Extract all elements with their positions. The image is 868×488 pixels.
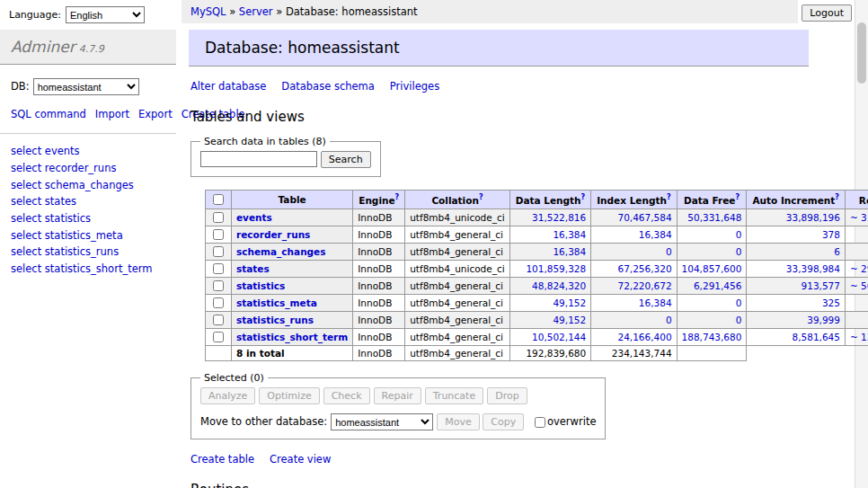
cell-auto-increment-link[interactable]: 33,398,984 (786, 263, 840, 274)
column-help-link[interactable]: ? (479, 193, 483, 201)
column-help-link[interactable]: ? (735, 193, 740, 201)
sidebar-link-import[interactable]: Import (95, 108, 129, 120)
copy-button[interactable] (483, 413, 524, 430)
table-name-link-statistics-runs[interactable]: statistics_runs (236, 315, 314, 325)
select-link-statistics-short-term[interactable]: select (11, 262, 41, 275)
table-link-states[interactable]: states (45, 195, 76, 208)
row-checkbox-recorder-runs[interactable] (213, 229, 224, 240)
column-help-link[interactable]: ? (395, 193, 400, 201)
table-link-events[interactable]: events (45, 145, 80, 157)
check-button[interactable] (323, 387, 370, 404)
link-alter-database[interactable]: Alter database (190, 80, 266, 93)
column-help-link[interactable]: ? (581, 193, 586, 201)
cell-auto-increment-link[interactable]: 325 (822, 297, 840, 308)
analyze-button[interactable] (200, 387, 255, 404)
cell-data-length-link[interactable]: 49,152 (553, 315, 586, 325)
logout-button[interactable] (802, 4, 852, 22)
table-name-link-events[interactable]: events (236, 212, 272, 223)
select-link-statistics-meta[interactable]: select (11, 229, 41, 242)
cell-auto-increment-link[interactable]: 913,577 (802, 280, 840, 291)
check-all-checkbox[interactable] (213, 194, 224, 205)
link-database-schema[interactable]: Database schema (281, 80, 374, 93)
cell-index-length-link[interactable]: 70,467,584 (617, 212, 671, 223)
language-select[interactable]: English (66, 6, 145, 23)
breadcrumb-link-mysql[interactable]: MySQL (190, 5, 226, 18)
cell-auto-increment-link[interactable]: 6 (834, 246, 840, 257)
cell-data-length-link[interactable]: 49,152 (553, 297, 586, 308)
search-input[interactable] (200, 151, 317, 167)
db-select[interactable]: homeassistant (33, 78, 139, 95)
select-link-events[interactable]: select (11, 145, 41, 157)
table-name-link-recorder-runs[interactable]: recorder_runs (236, 229, 310, 240)
repair-button[interactable] (374, 387, 421, 404)
cell-auto-increment-link[interactable]: 8,581,645 (793, 332, 840, 342)
select-link-statistics-runs[interactable]: select (11, 245, 41, 258)
table-link-recorder-runs[interactable]: recorder_runs (45, 162, 117, 174)
cell-index-length-link[interactable]: 16,384 (639, 229, 672, 240)
cell-index-length-link[interactable]: 67,256,320 (617, 263, 671, 274)
cell-data-length-link[interactable]: 48,824,320 (532, 280, 586, 291)
table-name-link-statistics[interactable]: statistics (236, 280, 285, 291)
table-name-link-statistics-short-term[interactable]: statistics_short_term (236, 332, 348, 342)
table-link-schema-changes[interactable]: schema_changes (45, 179, 134, 191)
optimize-button[interactable] (259, 387, 319, 404)
cell-data-free-link[interactable]: 104,857,600 (682, 263, 742, 274)
table-link-statistics-short-term[interactable]: statistics_short_term (45, 262, 153, 275)
sidebar-link-export[interactable]: Export (138, 108, 173, 120)
move-db-select[interactable]: homeassistant (331, 413, 433, 430)
row-checkbox-states[interactable] (213, 263, 224, 274)
breadcrumb-link-server[interactable]: Server (239, 5, 273, 18)
cell-data-length-link[interactable]: 16,384 (553, 246, 586, 257)
row-checkbox-statistics[interactable] (213, 280, 224, 291)
table-link-statistics-runs[interactable]: statistics_runs (45, 245, 119, 258)
table-name-link-statistics-meta[interactable]: statistics_meta (236, 297, 317, 308)
cell-index-length-link[interactable]: 24,166,400 (617, 332, 671, 342)
cell-index-length-link[interactable]: 0 (666, 315, 672, 325)
cell-data-free-link[interactable]: 0 (736, 246, 742, 257)
cell-data-length-link[interactable]: 16,384 (553, 229, 586, 240)
row-checkbox-statistics-short-term[interactable] (213, 332, 224, 342)
drop-button[interactable] (487, 387, 527, 404)
row-checkbox-statistics-runs[interactable] (213, 315, 224, 325)
scrollbar-thumb[interactable] (857, 22, 866, 84)
cell-auto-increment-link[interactable]: 39,999 (807, 315, 840, 325)
table-link-statistics-meta[interactable]: statistics_meta (45, 229, 123, 242)
select-link-schema-changes[interactable]: select (11, 179, 41, 191)
column-help-link[interactable]: ? (667, 193, 671, 201)
cell-data-free-link[interactable]: 0 (736, 315, 742, 325)
column-help-link[interactable]: ? (835, 193, 839, 201)
truncate-button[interactable] (425, 387, 483, 404)
move-button[interactable] (437, 413, 480, 430)
table-name-link-states[interactable]: states (236, 263, 270, 274)
row-checkbox-statistics-meta[interactable] (213, 297, 224, 308)
cell-data-free-link[interactable]: 50,331,648 (687, 212, 741, 223)
select-link-statistics[interactable]: select (11, 212, 41, 225)
table-link-statistics[interactable]: statistics (45, 212, 91, 225)
cell-index-length-link[interactable]: 72,220,672 (617, 280, 671, 291)
select-link-recorder-runs[interactable]: select (11, 162, 41, 174)
table-name-link-schema-changes[interactable]: schema_changes (236, 246, 326, 257)
cell-rows-link[interactable]: ~ 136,108 (850, 332, 868, 342)
cell-data-length-link[interactable]: 31,522,816 (532, 212, 586, 223)
search-button[interactable] (321, 151, 371, 168)
row-checkbox-events[interactable] (213, 212, 224, 223)
cell-auto-increment-link[interactable]: 378 (822, 229, 840, 240)
select-link-states[interactable]: select (11, 195, 41, 208)
cell-rows-link[interactable]: ~ 312,180 (850, 212, 868, 223)
cell-auto-increment-link[interactable]: 33,898,196 (786, 212, 840, 223)
cell-rows-link[interactable]: ~ 569,159 (850, 280, 868, 291)
cell-rows-link[interactable]: ~ 299,833 (850, 263, 868, 274)
link-create-view[interactable]: Create view (270, 453, 331, 466)
row-checkbox-schema-changes[interactable] (213, 246, 224, 257)
link-create-table[interactable]: Create table (190, 453, 254, 466)
cell-data-free-link[interactable]: 188,743,680 (682, 332, 742, 342)
cell-data-free-link[interactable]: 6,291,456 (694, 280, 741, 291)
sidebar-link-sql-command[interactable]: SQL command (11, 108, 86, 120)
cell-data-length-link[interactable]: 10,502,144 (532, 332, 586, 342)
link-privileges[interactable]: Privileges (390, 80, 439, 93)
cell-index-length-link[interactable]: 16,384 (639, 297, 672, 308)
cell-data-free-link[interactable]: 0 (736, 297, 742, 308)
cell-data-free-link[interactable]: 0 (736, 229, 742, 240)
overwrite-checkbox[interactable] (535, 417, 545, 428)
cell-data-length-link[interactable]: 101,859,328 (526, 263, 586, 274)
